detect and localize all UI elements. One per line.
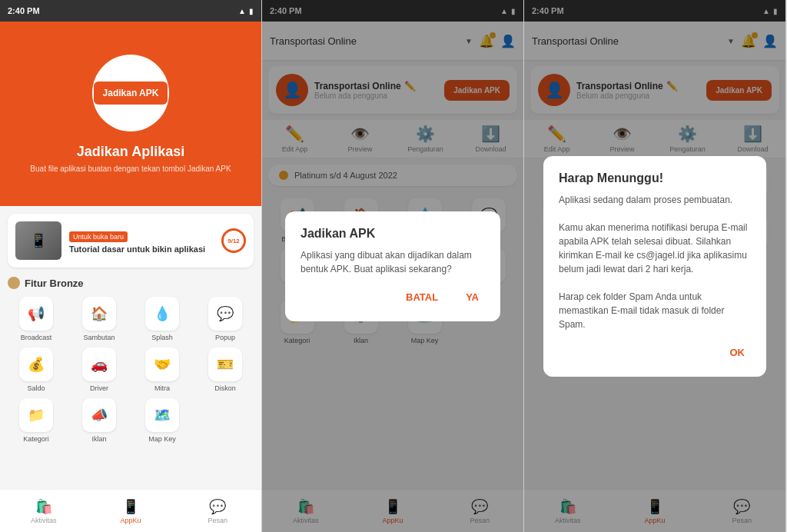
bottom-nav-1: 🛍️ Aktivitas 📱 AppKu 💬 Pesan bbox=[0, 489, 261, 532]
diskon-label: Diskon bbox=[214, 384, 236, 392]
waiting-dialog: Harap Menunggu! Aplikasi sedang dalam pr… bbox=[543, 156, 766, 377]
panel1-content: 📱 Untuk buka baru Tutorial dasar untuk b… bbox=[0, 206, 261, 489]
panel1-header: Jadikan APK Jadikan Aplikasi Buat file a… bbox=[0, 22, 261, 206]
dialog-actions-3: OK bbox=[559, 344, 751, 361]
dialog-actions-2: BATAL YA bbox=[301, 288, 485, 306]
iklan-icon: 📣 bbox=[82, 398, 116, 432]
tutorial-card[interactable]: 📱 Untuk buka baru Tutorial dasar untuk b… bbox=[8, 214, 254, 268]
tutorial-image: 📱 bbox=[15, 221, 61, 260]
battery-icon: ▮ bbox=[249, 7, 254, 15]
mapkey-icon: 🗺️ bbox=[145, 398, 179, 432]
aktivitas-icon-1: 🛍️ bbox=[35, 498, 52, 515]
tutorial-img-bg: 📱 bbox=[15, 221, 61, 260]
pesan-icon-1: 💬 bbox=[209, 498, 226, 515]
aktivitas-label-1: Aktivitas bbox=[31, 517, 57, 524]
phone-panel-1: 2:40 PM ▲ ▮ Jadikan APK Jadikan Aplikasi… bbox=[0, 0, 262, 532]
feature-splash[interactable]: 💧 Splash bbox=[134, 297, 191, 341]
splash-icon: 💧 bbox=[145, 297, 179, 331]
sambutan-label: Sambutan bbox=[83, 334, 115, 341]
popup-icon: 💬 bbox=[208, 297, 242, 331]
mapkey-label: Map Key bbox=[148, 435, 176, 443]
pesan-label-1: Pesan bbox=[208, 517, 228, 524]
section-title: Fitur Bronze bbox=[8, 277, 254, 289]
wifi-icon: ▲ bbox=[238, 7, 246, 15]
feature-driver[interactable]: 🚗 Driver bbox=[71, 347, 128, 392]
mitra-icon: 🤝 bbox=[145, 347, 179, 381]
dialog-body-2: Aplikasi yang dibuat akan dijadikan dala… bbox=[301, 248, 485, 276]
dialog-ok-btn[interactable]: OK bbox=[724, 344, 752, 361]
main-subtitle: Buat file aplikasi buatan dengan tekan t… bbox=[15, 165, 246, 173]
feature-iklan[interactable]: 📣 Iklan bbox=[71, 398, 128, 443]
iklan-label: Iklan bbox=[91, 435, 106, 443]
kategori-icon: 📁 bbox=[19, 398, 53, 432]
status-time-1: 2:40 PM bbox=[8, 6, 40, 15]
tutorial-text: Untuk buka baru Tutorial dasar untuk bik… bbox=[69, 228, 217, 254]
jadikan-apk-circle-btn[interactable]: Jadikan APK bbox=[94, 81, 168, 105]
feature-mapkey[interactable]: 🗺️ Map Key bbox=[134, 398, 191, 443]
splash-label: Splash bbox=[151, 334, 173, 341]
phone-panel-2: 2:40 PM ▲ ▮ Transportasi Online ▼ 🔔 👤 👤 … bbox=[262, 0, 524, 532]
phone-panel-3: 2:40 PM ▲ ▮ Transportasi Online ▼ 🔔 👤 👤 … bbox=[524, 0, 786, 532]
popup-label: Popup bbox=[215, 334, 235, 341]
section-title-text: Fitur Bronze bbox=[25, 278, 84, 289]
appku-label-1: AppKu bbox=[120, 517, 141, 524]
driver-icon: 🚗 bbox=[82, 347, 116, 381]
nav-pesan-1[interactable]: 💬 Pesan bbox=[174, 498, 261, 524]
feature-mitra[interactable]: 🤝 Mitra bbox=[134, 347, 191, 392]
dialog-overlay-2: Jadikan APK Aplikasi yang dibuat akan di… bbox=[262, 0, 523, 532]
nav-aktivitas-1[interactable]: 🛍️ Aktivitas bbox=[0, 498, 87, 524]
saldo-icon: 💰 bbox=[19, 347, 53, 381]
appku-icon-1: 📱 bbox=[122, 498, 139, 515]
tutorial-title: Tutorial dasar untuk bikin aplikasi bbox=[69, 244, 217, 254]
diskon-icon: 🎫 bbox=[208, 347, 242, 381]
broadcast-icon: 📢 bbox=[19, 297, 53, 331]
dialog-body-3: Aplikasi sedang dalam proses pembuatan. … bbox=[559, 193, 751, 331]
feature-kategori[interactable]: 📁 Kategori bbox=[8, 398, 65, 443]
sambutan-icon: 🏠 bbox=[82, 297, 116, 331]
apk-circle: Jadikan APK bbox=[92, 55, 169, 131]
saldo-label: Saldo bbox=[27, 384, 45, 392]
kategori-label: Kategori bbox=[23, 435, 49, 443]
mitra-label: Mitra bbox=[154, 384, 170, 392]
dialog-overlay-3: Harap Menunggu! Aplikasi sedang dalam pr… bbox=[524, 0, 785, 532]
nav-appku-1[interactable]: 📱 AppKu bbox=[87, 498, 174, 524]
feature-sambutan[interactable]: 🏠 Sambutan bbox=[71, 297, 128, 341]
feature-broadcast[interactable]: 📢 Broadcast bbox=[8, 297, 65, 341]
status-bar-1: 2:40 PM ▲ ▮ bbox=[0, 0, 261, 22]
dialog-cancel-btn[interactable]: BATAL bbox=[400, 288, 444, 306]
feature-grid-1: 📢 Broadcast 🏠 Sambutan 💧 Splash 💬 Popup … bbox=[8, 297, 254, 443]
main-title: Jadikan Aplikasi bbox=[77, 144, 184, 160]
tutorial-progress: 9/12 bbox=[221, 228, 246, 253]
broadcast-label: Broadcast bbox=[21, 334, 52, 341]
tutorial-badge: Untuk buka baru bbox=[69, 231, 128, 242]
feature-popup[interactable]: 💬 Popup bbox=[197, 297, 254, 341]
jadikan-apk-dialog: Jadikan APK Aplikasi yang dibuat akan di… bbox=[285, 211, 500, 321]
feature-diskon[interactable]: 🎫 Diskon bbox=[197, 347, 254, 392]
dialog-confirm-btn[interactable]: YA bbox=[460, 288, 485, 306]
status-icons-1: ▲ ▮ bbox=[238, 7, 254, 15]
driver-label: Driver bbox=[90, 384, 108, 392]
dialog-title-3: Harap Menunggu! bbox=[559, 171, 751, 185]
bronze-dot-icon bbox=[8, 277, 20, 289]
dialog-title-2: Jadikan APK bbox=[301, 227, 485, 241]
feature-saldo[interactable]: 💰 Saldo bbox=[8, 347, 65, 392]
